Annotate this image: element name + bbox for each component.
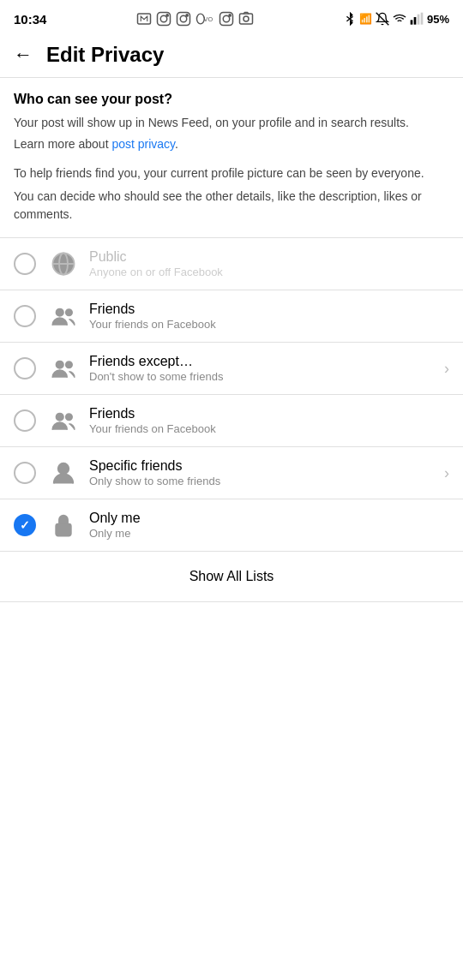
svg-point-29 <box>56 413 63 421</box>
content-area: Who can see your post? Your post will sh… <box>0 78 463 224</box>
option-label-public: Public <box>89 249 449 265</box>
svg-rect-19 <box>414 17 417 25</box>
chevron-icon-specific-friends: › <box>444 464 449 482</box>
radio-friends-except[interactable] <box>14 357 36 379</box>
app-icon-ig2 <box>176 11 191 27</box>
section-description: Your post will show up in News Feed, on … <box>14 114 449 132</box>
svg-rect-20 <box>418 15 420 25</box>
learn-more-text: Learn more about post privacy. <box>14 137 449 151</box>
page-title: Edit Privacy <box>46 43 164 67</box>
svg-rect-12 <box>240 14 253 24</box>
status-right: 📶 95% <box>344 11 449 27</box>
svg-point-2 <box>160 15 167 22</box>
profile-note: To help friends find you, your current p… <box>14 164 449 182</box>
bluetooth-icon <box>344 11 356 27</box>
app-icon-ovo: VO <box>195 11 214 27</box>
section-title: Who can see your post? <box>14 92 449 107</box>
option-item-specific-friends[interactable]: Specific friendsOnly show to some friend… <box>0 447 463 499</box>
option-label-specific-friends: Specific friends <box>89 458 437 474</box>
option-sublabel-specific-friends: Only show to some friends <box>89 475 437 487</box>
app-icon-ig1 <box>156 11 171 27</box>
svg-point-31 <box>58 463 69 475</box>
option-text-friends: FriendsYour friends on Facebook <box>89 302 449 331</box>
show-all-label: Show All Lists <box>189 569 274 584</box>
option-text-friends-except: Friends except…Don't show to some friend… <box>89 354 437 383</box>
signal-icons: 📶 <box>359 13 372 25</box>
wifi-icon <box>393 12 406 26</box>
radio-friends2[interactable] <box>14 409 36 432</box>
svg-point-28 <box>66 362 73 368</box>
status-bar: 10:34 VO 📶 95% <box>0 0 463 34</box>
svg-point-27 <box>56 361 63 368</box>
svg-point-11 <box>229 15 231 16</box>
show-all-lists-button[interactable]: Show All Lists <box>0 552 463 602</box>
option-sublabel-public: Anyone on or off Facebook <box>89 266 449 278</box>
svg-point-5 <box>180 15 187 22</box>
svg-rect-18 <box>411 20 413 24</box>
radio-friends[interactable] <box>14 305 36 327</box>
radio-only-me[interactable] <box>14 514 36 536</box>
svg-rect-32 <box>56 524 71 536</box>
option-label-friends2: Friends <box>89 406 449 421</box>
battery-text: 95% <box>427 13 449 26</box>
option-item-friends-except[interactable]: Friends except…Don't show to some friend… <box>0 343 463 395</box>
profile-note-sub: You can decide who should see the other … <box>14 188 449 224</box>
signal-bars-icon <box>410 12 424 26</box>
option-sublabel-friends2: Your friends on Facebook <box>89 422 449 435</box>
option-item-friends2[interactable]: FriendsYour friends on Facebook <box>0 395 463 447</box>
option-label-friends: Friends <box>89 302 449 317</box>
svg-rect-21 <box>421 13 424 25</box>
option-item-friends[interactable]: FriendsYour friends on Facebook <box>0 290 463 343</box>
radio-specific-friends[interactable] <box>14 462 36 484</box>
icon-friends <box>48 301 79 332</box>
options-list: PublicAnyone on or off Facebook FriendsY… <box>0 237 463 552</box>
icon-friends-except <box>48 353 79 384</box>
icon-friends2 <box>48 405 79 436</box>
option-text-friends2: FriendsYour friends on Facebook <box>89 406 449 435</box>
option-item-public[interactable]: PublicAnyone on or off Facebook <box>0 238 463 290</box>
notification-muted-icon <box>376 12 389 26</box>
svg-point-30 <box>66 414 73 421</box>
radio-public[interactable] <box>14 253 36 275</box>
option-sublabel-only-me: Only me <box>89 527 449 540</box>
chevron-icon-friends-except: › <box>444 360 449 378</box>
app-icons: VO <box>136 11 254 27</box>
option-text-specific-friends: Specific friendsOnly show to some friend… <box>89 458 437 487</box>
back-button[interactable]: ← <box>14 44 33 66</box>
svg-point-13 <box>244 16 249 21</box>
app-icon-photo <box>238 11 254 27</box>
svg-text:VO: VO <box>204 15 213 23</box>
option-label-only-me: Only me <box>89 511 449 526</box>
svg-point-25 <box>56 308 63 316</box>
svg-point-6 <box>186 15 188 16</box>
option-label-friends-except: Friends except… <box>89 354 437 369</box>
icon-specific-friends <box>48 457 79 488</box>
svg-point-26 <box>66 309 73 316</box>
post-privacy-link[interactable]: post privacy <box>111 137 175 151</box>
status-time: 10:34 <box>14 12 46 27</box>
header: ← Edit Privacy <box>0 34 463 78</box>
option-sublabel-friends-except: Don't show to some friends <box>89 370 437 383</box>
link-prefix: Learn more about <box>14 137 111 151</box>
option-text-public: PublicAnyone on or off Facebook <box>89 249 449 278</box>
svg-point-10 <box>223 15 230 22</box>
svg-line-16 <box>376 13 389 26</box>
app-icon-m <box>136 11 152 27</box>
icon-public <box>48 248 79 279</box>
app-icon-ig3 <box>219 11 234 27</box>
option-sublabel-friends: Your friends on Facebook <box>89 318 449 331</box>
svg-point-3 <box>166 15 168 16</box>
link-suffix: . <box>175 137 178 151</box>
option-text-only-me: Only meOnly me <box>89 511 449 540</box>
option-item-only-me[interactable]: Only meOnly me <box>0 499 463 552</box>
icon-only-me <box>48 510 79 541</box>
